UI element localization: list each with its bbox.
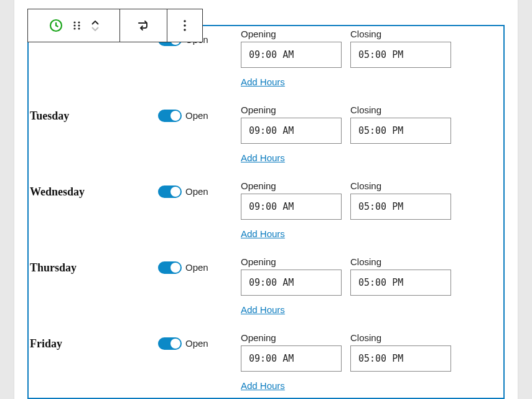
times-cell: Opening Closing Add Hours bbox=[241, 29, 451, 105]
toolbar-group-more bbox=[167, 9, 202, 42]
times-cell: Opening Closing Add Hours bbox=[241, 256, 451, 332]
closing-field: Closing bbox=[350, 332, 451, 372]
closing-label: Closing bbox=[350, 256, 451, 267]
open-toggle-label: Open bbox=[185, 110, 208, 122]
open-toggle-cell: Open bbox=[158, 181, 241, 256]
opening-label: Opening bbox=[241, 332, 342, 343]
time-fields: Opening Closing bbox=[241, 105, 451, 144]
add-hours-link[interactable]: Add Hours bbox=[241, 380, 451, 391]
add-hours-link[interactable]: Add Hours bbox=[241, 304, 451, 315]
day-name: Friday bbox=[29, 332, 158, 399]
toolbar-group-transform bbox=[120, 9, 167, 42]
svg-point-7 bbox=[184, 20, 186, 22]
day-row: Tuesday Open Opening Closing Add Hours bbox=[29, 105, 503, 181]
time-fields: Opening Closing bbox=[241, 181, 451, 220]
opening-field: Opening bbox=[241, 332, 342, 372]
open-toggle-label: Open bbox=[185, 261, 208, 274]
day-name: Tuesday bbox=[29, 105, 158, 181]
days-list: Monday Open Opening Closing Add Hours bbox=[29, 26, 503, 399]
open-toggle[interactable] bbox=[158, 185, 182, 198]
day-row: Wednesday Open Opening Closing Add Hours bbox=[29, 181, 503, 256]
closing-label: Closing bbox=[350, 181, 451, 191]
closing-input[interactable] bbox=[350, 270, 451, 296]
opening-field: Opening bbox=[241, 29, 342, 68]
time-fields: Opening Closing bbox=[241, 332, 451, 372]
opening-label: Opening bbox=[241, 256, 342, 267]
closing-field: Closing bbox=[350, 181, 451, 220]
closing-label: Closing bbox=[350, 29, 451, 39]
opening-label: Opening bbox=[241, 181, 342, 191]
closing-field: Closing bbox=[350, 29, 451, 68]
day-row: Friday Open Opening Closing Add Hours bbox=[29, 332, 503, 399]
opening-field: Opening bbox=[241, 181, 342, 220]
business-hours-block[interactable]: Monday Open Opening Closing Add Hours bbox=[27, 25, 505, 399]
opening-input[interactable] bbox=[241, 42, 342, 68]
closing-field: Closing bbox=[350, 256, 451, 296]
move-updown-icon[interactable] bbox=[91, 21, 100, 31]
opening-input[interactable] bbox=[241, 270, 342, 296]
open-toggle-cell: Open bbox=[158, 332, 241, 399]
add-hours-link[interactable]: Add Hours bbox=[241, 153, 451, 163]
opening-label: Opening bbox=[241, 105, 342, 115]
opening-input[interactable] bbox=[241, 345, 342, 372]
svg-point-4 bbox=[78, 24, 80, 26]
open-toggle-cell: Open bbox=[158, 105, 241, 181]
times-cell: Opening Closing Add Hours bbox=[241, 332, 451, 399]
more-menu-icon[interactable] bbox=[183, 19, 187, 32]
svg-point-1 bbox=[73, 21, 75, 23]
closing-label: Closing bbox=[350, 105, 451, 115]
opening-field: Opening bbox=[241, 256, 342, 296]
open-toggle[interactable] bbox=[158, 337, 182, 350]
day-name: Wednesday bbox=[29, 181, 158, 256]
transform-icon[interactable] bbox=[137, 20, 151, 31]
time-fields: Opening Closing bbox=[241, 256, 451, 296]
closing-input[interactable] bbox=[350, 194, 451, 220]
times-cell: Opening Closing Add Hours bbox=[241, 181, 451, 256]
closing-input[interactable] bbox=[350, 42, 451, 68]
opening-field: Opening bbox=[241, 105, 342, 144]
svg-point-6 bbox=[78, 27, 80, 29]
svg-point-9 bbox=[184, 29, 186, 31]
opening-label: Opening bbox=[241, 29, 342, 39]
toolbar-group-block bbox=[28, 9, 120, 42]
open-toggle-label: Open bbox=[185, 185, 208, 198]
svg-point-5 bbox=[73, 27, 75, 29]
drag-handle-icon[interactable] bbox=[72, 21, 82, 31]
day-row: Thursday Open Opening Closing Add Hours bbox=[29, 256, 503, 332]
time-fields: Opening Closing bbox=[241, 29, 451, 68]
block-toolbar bbox=[27, 9, 203, 42]
closing-input[interactable] bbox=[350, 345, 451, 372]
open-toggle[interactable] bbox=[158, 110, 182, 122]
opening-input[interactable] bbox=[241, 118, 342, 144]
opening-input[interactable] bbox=[241, 194, 342, 220]
clock-icon[interactable] bbox=[49, 18, 63, 33]
times-cell: Opening Closing Add Hours bbox=[241, 105, 451, 181]
open-toggle-label: Open bbox=[185, 337, 208, 350]
svg-point-2 bbox=[78, 21, 80, 23]
open-toggle[interactable] bbox=[158, 261, 182, 274]
closing-input[interactable] bbox=[350, 118, 451, 144]
svg-point-3 bbox=[73, 24, 75, 26]
open-toggle-cell: Open bbox=[158, 256, 241, 332]
svg-point-8 bbox=[184, 24, 186, 27]
closing-label: Closing bbox=[350, 332, 451, 343]
add-hours-link[interactable]: Add Hours bbox=[241, 228, 451, 239]
closing-field: Closing bbox=[350, 105, 451, 144]
add-hours-link[interactable]: Add Hours bbox=[241, 77, 451, 87]
day-name: Thursday bbox=[29, 256, 158, 332]
